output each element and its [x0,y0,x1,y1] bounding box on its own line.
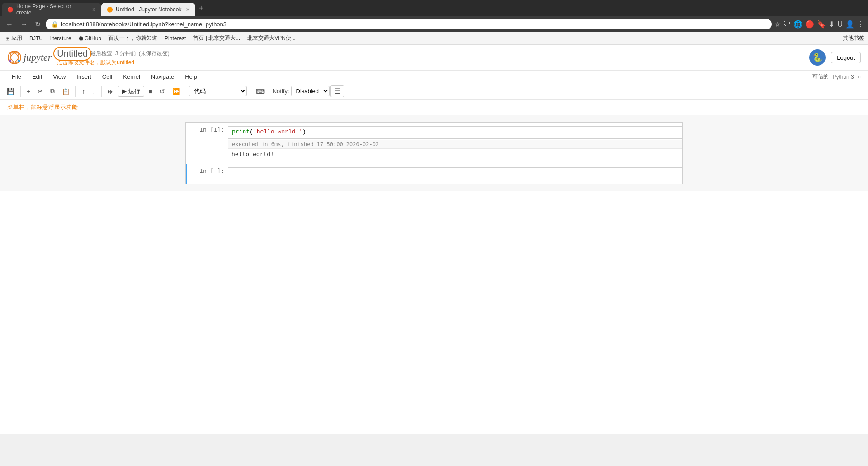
run-label: 运行 [128,87,140,95]
unsaved-indicator: (未保存改变) [139,50,170,57]
ext6-icon[interactable]: U [837,20,843,29]
ext2-icon[interactable]: 🌐 [793,20,802,29]
cut-button[interactable]: ✂ [34,86,46,97]
jupyter-header: jupyter Untitled 最后检查: 3 分钟前 (未保存改变) 点击修… [0,45,868,71]
restart-run-button[interactable]: ⏩ [169,86,183,97]
tab-home[interactable]: 🔴 Home Page - Select or create × [2,3,101,16]
tab-home-label: Home Page - Select or create [16,3,88,16]
move-down-button[interactable]: ↓ [89,86,99,97]
notebook-inner: In [1]: print('hello world!') executed i… [185,122,683,184]
cell-1-prompt: In [1]: [187,124,228,162]
stop-button[interactable]: ■ [145,86,155,97]
menu-insert[interactable]: Insert [72,71,96,83]
add-cell-button[interactable]: + [24,86,33,97]
restart-button[interactable]: ↺ [156,86,168,97]
menu-edit[interactable]: Edit [28,71,47,83]
address-bar[interactable]: 🔒 localhost:8888/notebooks/Untitled.ipyn… [46,19,772,29]
cell-2-body [228,166,682,182]
notebook-name-wrapper[interactable]: Untitled [57,48,88,59]
notify-area: Notify: Disabled Enabled [273,86,330,96]
list-icon: ☰ [334,87,340,95]
cell-1-output-text: hello world! [228,149,682,159]
apps-icon: ⊞ [5,35,10,42]
move-up-button[interactable]: ↑ [79,86,88,97]
list-view-button[interactable]: ☰ [330,85,344,97]
jupyter-logo-icon [7,50,22,65]
notify-label: Notify: [273,88,289,95]
menu-file[interactable]: File [7,71,26,83]
back-button[interactable]: ← [4,19,15,29]
bookmark-apps[interactable]: ⊞ 应用 [4,33,24,43]
last-checkpoint: 最后检查: 3 分钟前 [90,50,136,57]
bookmark-baidu[interactable]: 百度一下，你就知道 [107,33,159,43]
ext1-icon[interactable]: 🛡 [783,20,791,29]
menu-help[interactable]: Help [180,71,202,83]
notify-select[interactable]: Disabled Enabled [291,86,330,96]
browser-toolbar-icons: ☆ 🛡 🌐 🔴 🔖 ⬇ U 👤 ⋮ [774,20,864,29]
tab-bar: 🔴 Home Page - Select or create × 🟠 Untit… [0,0,868,16]
fast-forward-button[interactable]: ⏭ [104,86,117,97]
bookmark-vpn-label: 北京交通大VPN便... [247,34,296,42]
tab-home-icon: 🔴 [7,7,14,13]
bookmark-bjtu-label: BJTU [29,35,43,42]
jupyter-logo: jupyter [7,50,52,65]
bookmarks-bar: ⊞ 应用 BJTU literature ⬟ GitHub 百度一下，你就知道 … [0,32,868,45]
tab-jupyter[interactable]: 🟠 Untitled - Jupyter Notebook × [101,3,195,16]
bookmarks-more-button[interactable]: 其他书签 [843,34,864,42]
cell-1-paren-close: ) [302,128,306,135]
bookmark-literature[interactable]: literature [48,34,73,43]
ext3-icon[interactable]: 🔴 [805,20,814,29]
jupyter-logo-text: jupyter [24,52,52,63]
bookmark-literature-label: literature [50,35,71,42]
run-button[interactable]: ▶ 运行 [118,86,144,97]
cell-2-prompt: In [ ]: [187,166,228,182]
bookmark-apps-label: 应用 [11,34,22,42]
cell-2: In [ ]: [186,164,682,184]
user-avatar[interactable]: 👤 [845,20,854,29]
menu-icon[interactable]: ⋮ [857,20,864,29]
cell-1-keyword: print [232,128,250,135]
menu-cell[interactable]: Cell [98,71,117,83]
fast-forward-icon: ⏭ [108,88,114,95]
star-icon[interactable]: ☆ [774,20,781,29]
restart-run-icon: ⏩ [172,88,180,95]
bookmark-github[interactable]: ⬟ GitHub [77,34,103,43]
svg-point-3 [14,52,16,54]
menu-kernel[interactable]: Kernel [118,71,145,83]
menu-bar: File Edit View Insert Cell Kernel Naviga… [0,71,868,83]
paste-button[interactable]: 📋 [59,86,73,97]
new-tab-button[interactable]: + [195,4,208,13]
menu-navigate[interactable]: Navigate [146,71,179,83]
bookmark-bjtu2-label: 首页 | 北京交通大... [193,34,240,42]
python-logo-button[interactable]: 🐍 [809,49,826,66]
bookmark-vpn[interactable]: 北京交通大VPN便... [245,33,297,43]
paste-icon: 📋 [62,88,70,95]
ext4-icon[interactable]: 🔖 [817,20,826,29]
address-text[interactable]: localhost:8888/notebooks/Untitled.ipynb?… [61,21,766,28]
move-down-icon: ↓ [92,88,95,95]
cell-1-input[interactable]: print('hello world!') [228,126,682,139]
cell-2-input[interactable] [228,167,682,180]
copy-icon: ⧉ [50,87,55,95]
bookmark-bjtu[interactable]: BJTU [28,34,45,43]
bookmark-bjtu2[interactable]: 首页 | 北京交通大... [191,33,242,43]
lock-icon: 🔒 [51,21,58,28]
bookmark-pinterest[interactable]: Pinterest [163,34,188,43]
forward-button[interactable]: → [18,19,30,29]
logout-button[interactable]: Logout [831,52,861,63]
ext5-icon[interactable]: ⬇ [829,20,835,29]
stop-icon: ■ [148,88,152,95]
copy-button[interactable]: ⧉ [47,86,58,97]
notebook-name[interactable]: Untitled [57,48,88,58]
jupyter-header-right: 🐍 Logout [809,49,861,66]
menu-bar-right: 可信的 Python 3 ○ [812,73,861,81]
menu-view[interactable]: View [48,71,70,83]
sep5 [250,86,250,97]
reload-button[interactable]: ↻ [33,19,43,29]
tab-jupyter-close[interactable]: × [186,6,189,13]
cut-icon: ✂ [38,88,43,95]
cell-type-select[interactable]: 代码 Markdown Raw NBConvert [189,86,247,96]
tab-jupyter-label: Untitled - Jupyter Notebook [116,6,181,13]
tab-home-close[interactable]: × [92,6,96,13]
save-button[interactable]: 💾 [4,86,18,97]
